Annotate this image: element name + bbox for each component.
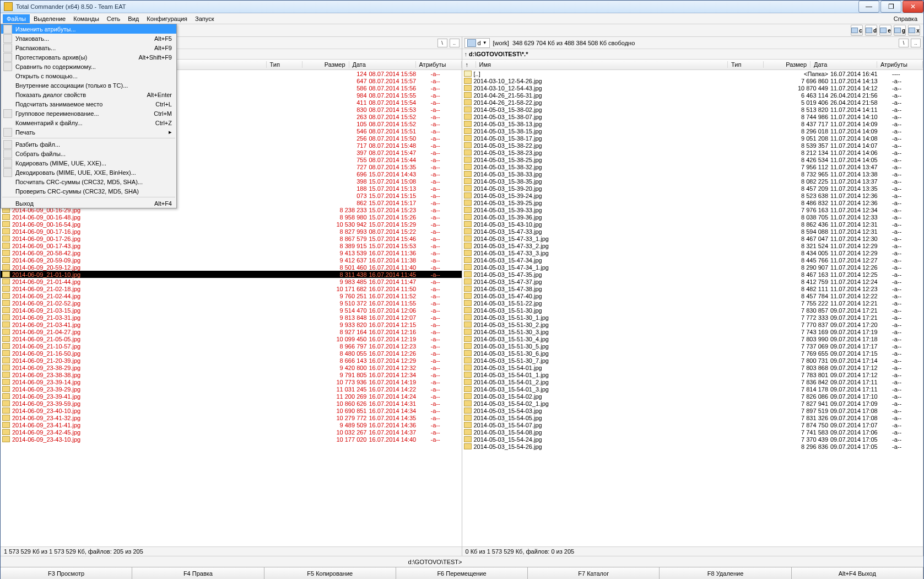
list-item[interactable]: 2014-05-03_15-47-40.jpg8 457 78411.07.20…	[462, 292, 923, 299]
left-header-date[interactable]: Дата	[349, 61, 416, 68]
minimize-button[interactable]: —	[858, 1, 879, 13]
fkey-button[interactable]: F3 Просмотр	[1, 567, 132, 579]
fkey-button[interactable]: F4 Правка	[132, 567, 264, 579]
list-item[interactable]: 2014-05-03_15-38-17.jpg9 051 20811.07.20…	[462, 135, 923, 142]
list-item[interactable]: 2014-05-03_15-54-07.jpg7 874 75009.07.20…	[462, 421, 923, 428]
list-item[interactable]: 2014-06-09_20-59-12.jpg8 501 46016.07.20…	[1, 264, 462, 271]
list-item[interactable]: 2014-05-03_15-38-13.jpg8 437 71711.07.20…	[462, 120, 923, 127]
left-header-attr[interactable]: Атрибуты	[416, 61, 462, 68]
list-item[interactable]: 2014-06-09_20-59-09.jpg9 412 63716.07.20…	[1, 256, 462, 264]
menuitem[interactable]: Разбить файл...	[1, 140, 176, 149]
list-item[interactable]: 2014-04-26_21-58-22.jpg5 019 40626.04.20…	[462, 99, 923, 106]
list-item[interactable]: 2014-06-09_00-16-54.jpg10 530 94215.07.2…	[1, 221, 462, 228]
list-item[interactable]: 2014-06-09_23-39-41.jpg11 200 26916.07.2…	[1, 393, 462, 400]
list-item[interactable]: 2014-03-10_12-54-43.jpg10 870 44911.07.2…	[462, 84, 923, 92]
list-item[interactable]: 2014-05-03_15-39-33.jpg7 976 16311.07.20…	[462, 206, 923, 213]
drive-button-c[interactable]: c	[851, 25, 863, 36]
drive-button-g[interactable]: g	[894, 25, 906, 36]
list-item[interactable]: 2014-06-09_23-39-59.jpg10 860 62616.07.2…	[1, 400, 462, 407]
list-item[interactable]: 2014-05-03_15-38-33.jpg8 732 96511.07.20…	[462, 170, 923, 178]
menuitem[interactable]: Показать диалог свойствAlt+Enter	[1, 90, 176, 99]
left-header-size[interactable]: Размер	[302, 61, 349, 68]
menuitem[interactable]: Проверить CRC-суммы (CRC32, MD5, SHA)	[1, 186, 176, 196]
menuitem[interactable]: Собрать файлы...	[1, 149, 176, 158]
right-up-button[interactable]: ..	[911, 39, 921, 47]
menu-сеть[interactable]: Сеть	[103, 14, 124, 23]
list-item[interactable]: 2014-05-03_15-39-24.jpg8 523 63811.07.20…	[462, 192, 923, 199]
list-item[interactable]: 2014-06-09_23-43-10.jpg10 177 02016.07.2…	[1, 436, 462, 443]
list-item[interactable]: 2014-03-10_12-54-26.jpg7 696 86011.07.20…	[462, 77, 923, 84]
menuitem[interactable]: Декодировать (MIME, UUE, XXE, BinHex)...	[1, 168, 176, 177]
list-item[interactable]: 2014-05-03_15-47-34_1.jpg8 290 90711.07.…	[462, 264, 923, 271]
list-item[interactable]: 2014-05-03_15-47-33.jpg8 594 08811.07.20…	[462, 228, 923, 235]
menu-help[interactable]: Справка	[890, 14, 921, 23]
list-item[interactable]: 2014-06-09_20-58-42.jpg9 413 53916.07.20…	[1, 249, 462, 256]
menu-выделение[interactable]: Выделение	[30, 14, 69, 23]
menu-файлы[interactable]: Файлы	[3, 14, 30, 23]
list-item[interactable]: 2014-06-09_00-17-16.jpg8 827 99308.07.20…	[1, 228, 462, 235]
list-item[interactable]: 2014-06-09_21-03-41.jpg9 933 82016.07.20…	[1, 321, 462, 328]
right-header-attr[interactable]: Атрибуты	[877, 61, 923, 68]
drive-button-d[interactable]: d	[865, 25, 877, 36]
list-item[interactable]: 2014-06-09_21-01-44.jpg9 983 48516.07.20…	[1, 278, 462, 285]
menuitem[interactable]: Открыть с помощью...	[1, 71, 176, 81]
list-item[interactable]: 2014-05-03_15-47-33_2.jpg8 321 52411.07.…	[462, 242, 923, 249]
menu-конфигурация[interactable]: Конфигурация	[143, 14, 191, 23]
list-item[interactable]: 2014-05-03_15-43-10.jpg8 862 43611.07.20…	[462, 221, 923, 228]
list-item[interactable]: 2014-05-03_15-38-07.jpg8 744 98611.07.20…	[462, 113, 923, 120]
list-item[interactable]: 2014-05-03_15-51-30_6.jpg7 769 65509.07.…	[462, 350, 923, 357]
list-item[interactable]: 2014-05-03_15-47-38.jpg8 482 11111.07.20…	[462, 285, 923, 292]
left-root-button[interactable]: \	[437, 39, 447, 47]
list-item[interactable]: 2014-04-26_21-56-31.jpg6 463 11426.04.20…	[462, 92, 923, 99]
menuitem[interactable]: Изменить атрибуты...	[1, 24, 176, 34]
list-item[interactable]: 2014-06-09_00-17-26.jpg8 867 57915.07.20…	[1, 235, 462, 242]
list-item[interactable]: 2014-05-03_15-54-03.jpg7 897 51909.07.20…	[462, 407, 923, 414]
list-item[interactable]: 2014-05-03_15-54-01.jpg7 803 86809.07.20…	[462, 364, 923, 371]
list-item[interactable]: 2014-06-09_23-39-29.jpg11 031 24516.07.2…	[1, 385, 462, 393]
drive-button-x[interactable]: x	[908, 25, 920, 36]
menuitem[interactable]: Посчитать CRC-суммы (CRC32, MD5, SHA)...	[1, 177, 176, 186]
menuitem[interactable]: Распаковать...Alt+F9	[1, 43, 176, 52]
menuitem[interactable]: Внутренние ассоциации (только в TC)...	[1, 81, 176, 90]
list-item[interactable]: 2014-05-03_15-54-02.jpg7 826 08609.07.20…	[462, 393, 923, 400]
list-item[interactable]: [..]<Папка>16.07.2014 16:41----	[462, 70, 923, 77]
menuitem[interactable]: Печать▸	[1, 127, 176, 137]
list-item[interactable]: 2014-05-03_15-38-35.jpg8 082 22511.07.20…	[462, 178, 923, 185]
fkey-button[interactable]: F5 Копирование	[264, 567, 396, 579]
list-item[interactable]: 2014-06-09_21-03-31.jpg9 813 84816.07.20…	[1, 314, 462, 321]
list-item[interactable]: 2014-06-09_21-16-50.jpg8 480 05516.07.20…	[1, 350, 462, 357]
menuitem[interactable]: Сравнить по содержимому...	[1, 62, 176, 71]
menu-запуск[interactable]: Запуск	[191, 14, 218, 23]
list-item[interactable]: 2014-06-09_00-17-43.jpg8 389 91515.07.20…	[1, 242, 462, 249]
list-item[interactable]: 2014-05-03_15-51-30.jpg7 830 85709.07.20…	[462, 307, 923, 314]
list-item[interactable]: 2014-05-03_15-39-36.jpg8 038 70511.07.20…	[462, 213, 923, 221]
list-item[interactable]: 2014-05-03_15-51-30_5.jpg7 737 06909.07.…	[462, 342, 923, 350]
right-drive-select[interactable]: d ▼	[464, 38, 490, 48]
fkey-button[interactable]: F6 Перемещение	[396, 567, 528, 579]
list-item[interactable]: 2014-05-03_15-39-20.jpg8 457 20911.07.20…	[462, 185, 923, 192]
list-item[interactable]: 2014-06-09_21-20-39.jpg8 666 14316.07.20…	[1, 357, 462, 364]
fkey-button[interactable]: F8 Удаление	[660, 567, 791, 579]
list-item[interactable]: 2014-06-09_21-03-15.jpg9 514 47016.07.20…	[1, 307, 462, 314]
list-item[interactable]: 2014-05-03_15-38-15.jpg8 296 01811.07.20…	[462, 127, 923, 135]
list-item[interactable]: 2014-05-03_15-54-01_3.jpg7 814 17809.07.…	[462, 385, 923, 393]
list-item[interactable]: 2014-05-03_15-47-34.jpg8 445 76611.07.20…	[462, 256, 923, 264]
list-item[interactable]: 2014-05-03_15-51-30_7.jpg7 800 73109.07.…	[462, 357, 923, 364]
left-up-button[interactable]: ..	[450, 39, 460, 47]
list-item[interactable]: 2014-05-03_15-38-23.jpg8 212 13411.07.20…	[462, 149, 923, 156]
list-item[interactable]: 2014-05-03_15-51-22.jpg7 755 22211.07.20…	[462, 299, 923, 307]
list-item[interactable]: 2014-05-03_15-38-02.jpg8 513 82011.07.20…	[462, 106, 923, 113]
list-item[interactable]: 2014-06-09_23-40-10.jpg10 690 85116.07.2…	[1, 407, 462, 414]
list-item[interactable]: 2014-05-03_15-47-33_3.jpg8 434 00511.07.…	[462, 249, 923, 256]
list-item[interactable]: 2014-06-09_21-02-52.jpg9 510 37216.07.20…	[1, 299, 462, 307]
list-item[interactable]: 2014-05-03_15-54-01_1.jpg7 783 80109.07.…	[462, 371, 923, 378]
right-header-date[interactable]: Дата	[810, 61, 877, 68]
list-item[interactable]: 2014-05-03_15-38-32.jpg7 956 11211.07.20…	[462, 163, 923, 170]
menuitem[interactable]: Кодировать (MIME, UUE, XXE)...	[1, 158, 176, 168]
list-item[interactable]: 2014-05-03_15-51-30_4.jpg7 803 99009.07.…	[462, 335, 923, 342]
list-item[interactable]: 2014-05-03_15-51-30_2.jpg7 770 83709.07.…	[462, 321, 923, 328]
right-file-list[interactable]: [..]<Папка>16.07.2014 16:41----2014-03-1…	[462, 70, 923, 546]
list-item[interactable]: 2014-06-09_21-10-57.jpg8 966 79716.07.20…	[1, 342, 462, 350]
list-item[interactable]: 2014-05-03_15-51-30_3.jpg7 743 16909.07.…	[462, 328, 923, 335]
list-item[interactable]: 2014-06-09_23-41-41.jpg9 489 50916.07.20…	[1, 421, 462, 428]
